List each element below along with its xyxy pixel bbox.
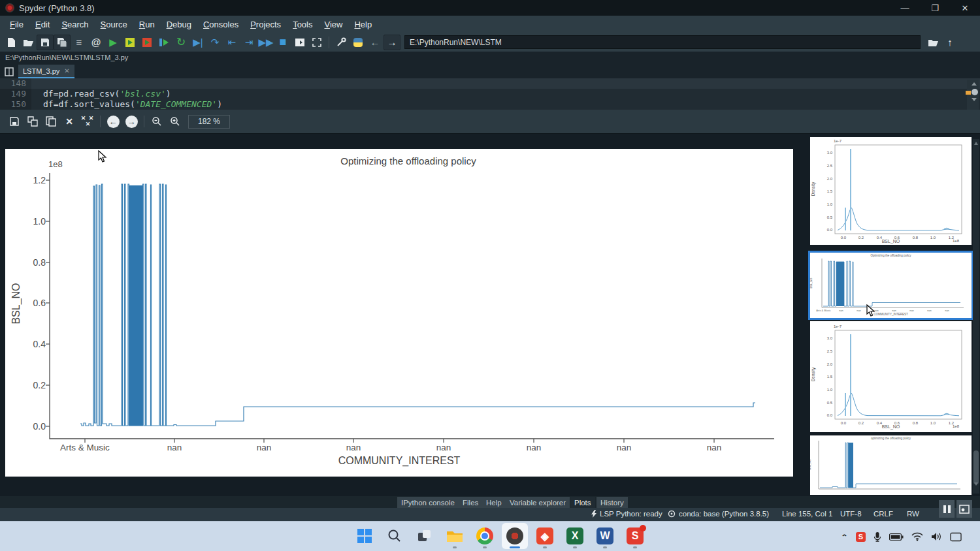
save-all-plots-icon[interactable] — [24, 113, 42, 130]
scroll-up-icon[interactable] — [972, 82, 977, 86]
main-plot-figure[interactable]: Optimizing the offloading policy 1e8 1.2… — [5, 149, 793, 477]
code-line: 148 — [0, 78, 980, 89]
tab-close-icon[interactable]: ✕ — [64, 67, 69, 74]
step-return-icon[interactable]: ⇥ — [240, 35, 257, 50]
panel-view-button[interactable] — [956, 500, 972, 518]
thumbnails-scroll-down-icon[interactable] — [974, 482, 978, 486]
remove-all-plots-icon[interactable]: ✕ ✕ ✕ — [78, 113, 97, 130]
plot-thumbnail-density-1[interactable]: 1e-7 3.0 2.5 2.0 1.5 1.0 0.5 0.0 0.0 0.2… — [810, 137, 972, 245]
menu-tools[interactable]: Tools — [287, 17, 318, 32]
menu-consoles[interactable]: Consoles — [197, 17, 244, 32]
close-button[interactable]: ✕ — [950, 0, 980, 16]
volume-icon[interactable] — [931, 532, 942, 541]
step-into-icon[interactable]: ⇤ — [223, 35, 240, 50]
tray-s-icon[interactable]: S — [856, 532, 866, 542]
minimize-button[interactable]: — — [890, 0, 920, 16]
thumbnails-scroll-up-icon[interactable] — [974, 142, 978, 145]
word-button[interactable]: W — [592, 523, 618, 549]
line-number: 150 — [0, 99, 31, 110]
menu-source[interactable]: Source — [95, 17, 133, 32]
spyder-taskbar-button[interactable] — [502, 523, 528, 549]
copy-plot-icon[interactable] — [42, 113, 60, 130]
zoom-in-icon[interactable] — [166, 113, 184, 130]
file-explorer-icon — [446, 529, 463, 543]
plot-thumbnail-density-2[interactable]: 1e-7 3.0 2.5 2.0 1.5 1.0 0.5 0.0 0.0 0.2… — [810, 321, 972, 432]
maximize-button[interactable]: ❐ — [920, 0, 950, 16]
plots-pane: Optimizing the offloading policy 1e8 1.2… — [0, 134, 980, 496]
s-app-button[interactable]: S — [622, 523, 648, 549]
save-icon[interactable] — [37, 35, 54, 50]
working-directory-input[interactable]: E:\PythonRun\NEW\LSTM — [404, 35, 921, 49]
lsp-status: LSP Python: ready — [591, 510, 662, 518]
menu-projects[interactable]: Projects — [244, 17, 287, 32]
tab-history[interactable]: History — [596, 497, 628, 508]
previous-plot-icon[interactable]: ← — [104, 113, 122, 130]
tab-help[interactable]: Help — [482, 497, 506, 508]
menu-edit[interactable]: Edit — [29, 17, 56, 32]
save-all-icon[interactable] — [54, 35, 71, 50]
fullscreen-icon[interactable] — [308, 35, 325, 50]
debug-file-icon[interactable]: ▶| — [189, 35, 206, 50]
new-file-icon[interactable] — [3, 35, 20, 50]
tab-lstm3[interactable]: LSTM_3.py ✕ — [18, 65, 74, 78]
wifi-icon[interactable] — [911, 532, 923, 541]
remove-plot-icon[interactable]: ✕ — [60, 113, 78, 130]
thumbnails-scroll-thumb[interactable] — [973, 450, 979, 484]
next-plot-icon[interactable]: → — [122, 113, 140, 130]
pythonpath-icon[interactable] — [350, 35, 367, 50]
file-switcher-icon[interactable]: ≡ — [71, 35, 88, 50]
run-selection-icon[interactable] — [155, 35, 172, 50]
notifications-icon[interactable] — [950, 532, 962, 542]
save-plot-icon[interactable] — [5, 113, 24, 130]
back-icon[interactable]: ← — [367, 35, 384, 50]
microphone-icon[interactable] — [874, 531, 881, 542]
run-cell-icon[interactable] — [122, 35, 139, 50]
menu-debug[interactable]: Debug — [161, 17, 197, 32]
task-view-button[interactable] — [412, 523, 438, 549]
continue-icon[interactable]: ▶▶ — [257, 35, 274, 50]
pause-console-button[interactable] — [939, 500, 955, 518]
stop-debug-icon[interactable]: ■ — [274, 35, 291, 50]
red-app-button[interactable]: ◈ — [532, 523, 558, 549]
tab-variable-explorer[interactable]: Variable explorer — [506, 497, 570, 508]
rerun-icon[interactable]: ↻ — [172, 35, 189, 50]
zoom-level-input[interactable]: 182 % — [188, 115, 230, 129]
plot-thumbnail-policy-selected[interactable]: Optimizing the offloading policy BSL_NO … — [810, 253, 972, 318]
notification-dot — [640, 525, 646, 531]
run-cell-advance-icon[interactable] — [139, 35, 155, 50]
plot-thumbnail-policy-2[interactable]: optimizing the offloading policy BSL_NO — [810, 435, 972, 495]
file-explorer-button[interactable] — [442, 523, 468, 549]
search-button[interactable] — [382, 523, 408, 549]
battery-icon[interactable] — [889, 533, 904, 541]
maximize-pane-icon[interactable] — [291, 35, 308, 50]
menu-view[interactable]: View — [318, 17, 348, 32]
start-button[interactable] — [351, 523, 378, 549]
scroll-down-icon[interactable] — [972, 98, 977, 101]
show-hidden-icons-chevron[interactable]: ⌃ — [841, 533, 848, 541]
menu-file[interactable]: File — [4, 17, 29, 32]
chrome-button[interactable] — [472, 523, 498, 549]
excel-button[interactable]: X — [562, 523, 588, 549]
tab-files[interactable]: Files — [459, 497, 482, 508]
tab-ipython-console[interactable]: IPython console — [397, 497, 459, 508]
parent-directory-icon[interactable]: ↑ — [941, 35, 958, 50]
preferences-wrench-icon[interactable] — [333, 35, 350, 50]
browse-directory-icon[interactable] — [924, 35, 941, 50]
step-over-icon[interactable]: ↷ — [206, 35, 223, 50]
menu-help[interactable]: Help — [348, 17, 378, 32]
spyder-icon — [506, 527, 523, 544]
forward-icon[interactable]: → — [384, 35, 400, 50]
editor-scroll-thumb[interactable] — [972, 89, 978, 95]
tab-plots[interactable]: Plots — [570, 497, 595, 508]
code-editor[interactable]: 148 149 df=pd.read_csv('bsl.csv') 150 df… — [0, 78, 980, 110]
conda-icon — [668, 510, 676, 518]
breadcrumb: E:\PythonRun\NEW\LSTM\LSTM_3.py — [0, 52, 980, 63]
browse-tabs-icon[interactable] — [1, 65, 17, 78]
zoom-out-icon[interactable] — [148, 113, 166, 130]
menu-search[interactable]: Search — [56, 17, 94, 32]
thumbnails-scrollbar[interactable] — [973, 139, 979, 494]
open-file-icon[interactable] — [20, 35, 37, 50]
menu-run[interactable]: Run — [133, 17, 161, 32]
symbol-finder-icon[interactable]: @ — [88, 35, 105, 50]
run-file-icon[interactable]: ▶ — [105, 35, 122, 50]
